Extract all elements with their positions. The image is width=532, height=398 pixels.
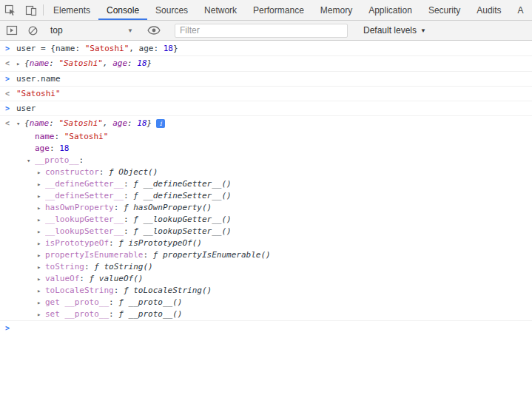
devtools-tabbar: ElementsConsoleSourcesNetworkPerformance…	[0, 0, 532, 21]
tab-security[interactable]: Security	[420, 0, 468, 20]
console-token: __lookupSetter__	[45, 226, 124, 237]
console-output: >user = {name: "Satoshi", age: 18}<▸{nam…	[0, 41, 532, 398]
console-token: __lookupGetter__	[45, 214, 124, 226]
console-token: {	[24, 58, 30, 69]
console-toolbar: top ▼ Default levels ▼	[0, 21, 532, 41]
twisty-expanded-icon[interactable]: ▾	[16, 118, 24, 129]
twisty-collapsed-icon[interactable]: ▸	[37, 226, 45, 237]
console-token: :	[109, 237, 118, 249]
default-levels-dropdown[interactable]: Default levels ▼	[363, 25, 426, 36]
console-token: , age:	[129, 43, 163, 54]
console-token: hasOwnProperty	[45, 202, 114, 214]
tab-sources[interactable]: Sources	[147, 0, 196, 20]
tab-application[interactable]: Application	[360, 0, 420, 20]
console-token: :	[124, 190, 133, 202]
console-token: :	[84, 261, 94, 273]
twisty-collapsed-icon[interactable]: ▸	[37, 214, 45, 226]
input-marker-icon: >	[0, 73, 16, 84]
console-token: :	[109, 308, 118, 320]
console-token: }	[173, 43, 178, 54]
console-token: propertyIsEnumerable()	[163, 249, 271, 261]
tab-memory[interactable]: Memory	[312, 0, 360, 20]
chevron-down-icon: ▼	[127, 27, 133, 34]
console-token: "Satoshi"	[58, 118, 103, 129]
tab-a[interactable]: A	[510, 0, 532, 20]
console-tree-row: ▸set __proto__: ƒ __proto__()	[0, 308, 532, 321]
console-token: propertyIsEnumerable	[45, 249, 143, 261]
toolbar-divider	[43, 4, 44, 16]
console-token: :	[55, 131, 64, 143]
output-marker-icon: <	[0, 58, 16, 69]
console-sidebar-toggle-button[interactable]	[1, 21, 22, 40]
twisty-collapsed-icon[interactable]: ▸	[37, 178, 45, 190]
console-token: :	[127, 118, 137, 129]
console-token: "Satoshi"	[16, 88, 61, 99]
info-icon[interactable]: i	[156, 119, 165, 128]
console-prompt-row: >	[0, 321, 532, 335]
console-token: age	[112, 58, 127, 69]
twisty-collapsed-icon[interactable]: ▸	[37, 166, 45, 178]
console-token: 18	[137, 118, 147, 129]
console-token: __proto__	[35, 155, 79, 166]
console-tree-row: ▸__defineSetter__: ƒ __defineSetter__()	[0, 190, 532, 202]
console-token: ,	[103, 58, 112, 69]
tab-console[interactable]: Console	[98, 0, 147, 20]
tab-network[interactable]: Network	[196, 0, 245, 20]
twisty-collapsed-icon[interactable]: ▸	[37, 285, 45, 297]
twisty-collapsed-icon[interactable]: ▸	[37, 202, 45, 214]
device-toolbar-button[interactable]	[21, 0, 41, 20]
console-token: constructor	[45, 166, 99, 178]
twisty-collapsed-icon[interactable]: ▸	[16, 58, 24, 70]
filter-input[interactable]	[175, 24, 348, 38]
tab-elements[interactable]: Elements	[45, 0, 98, 20]
console-result-row: <▾{name: "Satoshi", age: 18}i	[0, 116, 532, 131]
console-token: ƒ	[94, 261, 104, 273]
console-tree-row: ▸__defineGetter__: ƒ __defineGetter__()	[0, 178, 532, 190]
context-selector[interactable]: top ▼	[50, 25, 133, 36]
console-token: Object()	[118, 166, 158, 178]
console-input-row: >user = {name: "Satoshi", age: 18}	[0, 41, 532, 56]
console-token: :	[114, 202, 124, 214]
twisty-expanded-icon[interactable]: ▾	[27, 155, 35, 166]
console-token: :	[124, 226, 133, 237]
console-token: :	[143, 249, 152, 261]
twisty-collapsed-icon[interactable]: ▸	[37, 190, 45, 202]
console-token: __defineGetter__	[45, 178, 124, 190]
console-token: :	[127, 58, 137, 69]
console-result-row: <▸{name: "Satoshi", age: 18}	[0, 56, 532, 72]
twisty-collapsed-icon[interactable]: ▸	[37, 273, 45, 285]
console-token: user	[16, 103, 36, 114]
console-tree-row: ▸hasOwnProperty: ƒ hasOwnProperty()	[0, 202, 532, 214]
console-token: __lookupSetter__()	[143, 226, 231, 237]
twisty-collapsed-icon[interactable]: ▸	[37, 308, 45, 320]
live-expression-button[interactable]	[144, 21, 164, 40]
twisty-collapsed-icon[interactable]: ▸	[37, 261, 45, 273]
twisty-collapsed-icon[interactable]: ▸	[37, 237, 45, 249]
console-token: toString	[45, 261, 84, 273]
console-token: ƒ	[109, 166, 118, 178]
tab-performance[interactable]: Performance	[245, 0, 312, 20]
console-token: :	[79, 155, 84, 166]
twisty-collapsed-icon[interactable]: ▸	[37, 249, 45, 261]
console-token: name	[30, 118, 50, 129]
tab-audits[interactable]: Audits	[468, 0, 509, 20]
console-token: isPrototypeOf	[45, 237, 109, 249]
console-token: hasOwnProperty()	[133, 202, 212, 214]
console-token: valueOf()	[99, 273, 144, 285]
eye-icon	[147, 26, 161, 35]
console-token: user = {name:	[16, 43, 85, 54]
input-marker-icon: >	[0, 103, 16, 114]
inspect-element-button[interactable]	[0, 0, 21, 20]
console-token: ,	[103, 118, 112, 129]
console-tree-row: ▸propertyIsEnumerable: ƒ propertyIsEnume…	[0, 249, 532, 261]
clear-console-button[interactable]	[22, 21, 43, 40]
console-tree-row: ▸toLocaleString: ƒ toLocaleString()	[0, 285, 532, 297]
console-token: ƒ	[133, 214, 143, 226]
console-sidebar-icon	[6, 24, 18, 36]
clear-console-icon	[27, 25, 38, 36]
tab-strip: ElementsConsoleSourcesNetworkPerformance…	[45, 0, 532, 20]
console-token: __lookupGetter__()	[143, 214, 231, 226]
twisty-collapsed-icon[interactable]: ▸	[37, 297, 45, 308]
console-token: ƒ	[124, 285, 133, 297]
console-token: :	[49, 118, 58, 129]
